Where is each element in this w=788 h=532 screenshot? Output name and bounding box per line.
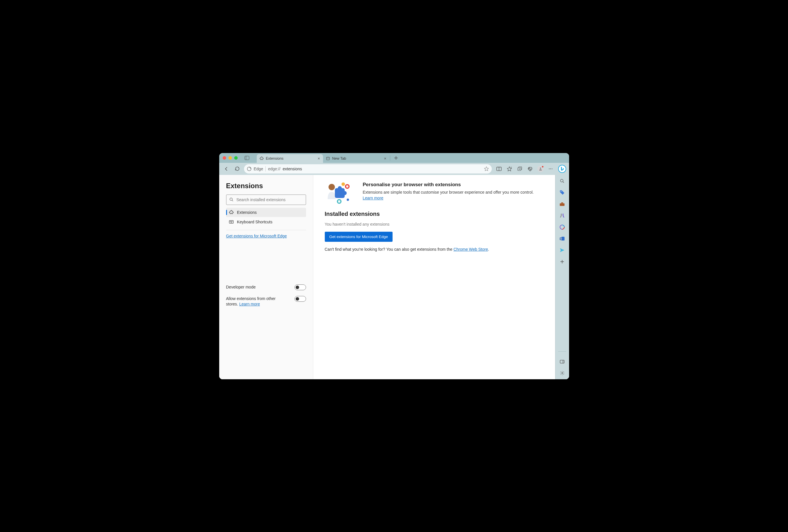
tab-strip: Extensions × New Tab × bbox=[257, 153, 400, 163]
profile-button[interactable] bbox=[537, 166, 544, 172]
sidebar-shopping-button[interactable] bbox=[559, 189, 565, 196]
extensions-nav: Extensions Keyboard Shortcuts bbox=[226, 208, 306, 226]
extensions-main: Personalise your browser with extensions… bbox=[313, 175, 555, 379]
get-extensions-link[interactable]: Get extensions for Microsoft Edge bbox=[226, 234, 287, 238]
extension-icon bbox=[229, 210, 234, 215]
svg-point-25 bbox=[329, 184, 335, 190]
developer-mode-toggle[interactable] bbox=[295, 284, 306, 290]
sidebar-tools-button[interactable] bbox=[559, 201, 565, 207]
tab-actions-button[interactable] bbox=[243, 155, 251, 161]
sidebar-drop-button[interactable] bbox=[559, 247, 565, 253]
setting-allow-other-stores: Allow extensions from other stores. Lear… bbox=[226, 296, 306, 307]
keyboard-icon bbox=[229, 220, 234, 224]
promo-illustration bbox=[325, 182, 356, 205]
bing-button[interactable] bbox=[558, 165, 566, 173]
tab-close-button[interactable]: × bbox=[384, 156, 386, 161]
more-menu-button[interactable]: ··· bbox=[548, 166, 554, 172]
svg-point-17 bbox=[230, 198, 232, 201]
installed-heading: Installed extensions bbox=[325, 211, 544, 217]
toolbar-actions: ··· bbox=[496, 165, 566, 173]
sidebar-search-button[interactable] bbox=[559, 178, 565, 184]
toolbar: Edge edge://extensions ··· bbox=[219, 163, 569, 175]
split-screen-button[interactable] bbox=[496, 166, 502, 172]
svg-point-28 bbox=[343, 191, 347, 195]
svg-rect-38 bbox=[560, 203, 565, 206]
extensions-sidebar: Extensions Extensions Keyboard Shortcuts bbox=[219, 175, 313, 379]
svg-rect-45 bbox=[560, 360, 564, 363]
sidebar-add-button[interactable] bbox=[559, 259, 565, 265]
svg-marker-10 bbox=[507, 167, 511, 171]
notification-dot bbox=[542, 166, 544, 168]
browser-window: Extensions × New Tab × Edge edge://e bbox=[219, 153, 569, 379]
tab-title: New Tab bbox=[332, 157, 346, 161]
extension-icon bbox=[260, 157, 264, 161]
nav-item-label: Extensions bbox=[237, 210, 257, 215]
svg-rect-0 bbox=[244, 156, 249, 160]
address-bar[interactable]: Edge edge://extensions bbox=[244, 164, 492, 173]
promo-body: Extensions are simple tools that customi… bbox=[363, 189, 544, 201]
bing-icon bbox=[560, 167, 564, 171]
tab-inactive[interactable]: New Tab × bbox=[323, 154, 389, 163]
svg-rect-41 bbox=[560, 237, 563, 240]
address-engine: Edge bbox=[254, 167, 263, 171]
browser-sidebar bbox=[555, 175, 569, 379]
svg-point-20 bbox=[230, 221, 230, 221]
svg-rect-2 bbox=[326, 157, 329, 160]
nav-item-label: Keyboard Shortcuts bbox=[237, 220, 273, 224]
tab-active[interactable]: Extensions × bbox=[257, 154, 323, 163]
tab-close-button[interactable]: × bbox=[318, 156, 320, 161]
svg-rect-39 bbox=[561, 202, 563, 203]
nav-item-keyboard-shortcuts[interactable]: Keyboard Shortcuts bbox=[226, 217, 306, 226]
svg-point-27 bbox=[338, 186, 342, 190]
favorite-button[interactable] bbox=[484, 166, 489, 171]
chrome-store-hint: Can't find what you're looking for? You … bbox=[325, 247, 544, 251]
window-controls bbox=[223, 156, 238, 160]
back-button[interactable] bbox=[222, 165, 231, 173]
sidebar-divider bbox=[558, 351, 566, 352]
svg-rect-30 bbox=[346, 185, 349, 188]
favorites-button[interactable] bbox=[506, 166, 513, 172]
svg-rect-19 bbox=[229, 221, 233, 223]
tab-separator bbox=[390, 155, 390, 161]
promo-title: Personalise your browser with extensions bbox=[363, 182, 544, 188]
setting-label: Allow extensions from other stores. Lear… bbox=[226, 296, 278, 307]
hint-text: Can't find what you're looking for? You … bbox=[325, 247, 454, 251]
close-window-button[interactable] bbox=[223, 156, 226, 160]
svg-marker-7 bbox=[484, 167, 488, 170]
chrome-web-store-link[interactable]: Chrome Web Store bbox=[453, 247, 488, 251]
setting-label: Developer mode bbox=[226, 284, 256, 290]
new-tab-button[interactable] bbox=[392, 154, 400, 162]
promo-banner: Personalise your browser with extensions… bbox=[325, 182, 544, 205]
svg-point-22 bbox=[231, 221, 232, 221]
sidebar-m365-button[interactable] bbox=[559, 224, 565, 230]
search-box[interactable] bbox=[226, 195, 306, 205]
page-icon bbox=[326, 157, 330, 161]
reload-button[interactable] bbox=[233, 165, 242, 173]
sidebar-games-button[interactable] bbox=[559, 212, 565, 219]
search-input[interactable] bbox=[237, 198, 303, 202]
get-extensions-button[interactable]: Get extensions for Microsoft Edge bbox=[325, 232, 393, 242]
learn-more-link[interactable]: Learn more bbox=[239, 302, 260, 306]
sidebar-settings-button[interactable] bbox=[559, 370, 565, 376]
edge-logo-icon bbox=[247, 167, 252, 171]
extensions-page: Extensions Extensions Keyboard Shortcuts bbox=[219, 175, 555, 379]
divider bbox=[226, 230, 306, 230]
allow-other-stores-toggle[interactable] bbox=[295, 296, 306, 302]
collections-button[interactable] bbox=[517, 166, 523, 172]
browser-essentials-button[interactable] bbox=[527, 166, 533, 172]
page-title: Extensions bbox=[226, 182, 306, 190]
minimize-window-button[interactable] bbox=[229, 156, 232, 160]
empty-state-text: You haven't installed any extensions bbox=[325, 222, 544, 226]
svg-point-21 bbox=[231, 221, 231, 221]
nav-item-extensions[interactable]: Extensions bbox=[226, 208, 306, 217]
sidebar-outlook-button[interactable] bbox=[559, 236, 565, 242]
svg-point-31 bbox=[341, 182, 345, 186]
search-icon bbox=[229, 198, 234, 202]
svg-point-34 bbox=[347, 199, 349, 201]
sidebar-collapse-button[interactable] bbox=[559, 359, 565, 365]
fullscreen-window-button[interactable] bbox=[234, 156, 238, 160]
svg-rect-33 bbox=[338, 200, 340, 203]
promo-learn-more-link[interactable]: Learn more bbox=[363, 196, 383, 200]
svg-line-36 bbox=[563, 182, 564, 183]
svg-line-18 bbox=[232, 200, 233, 201]
